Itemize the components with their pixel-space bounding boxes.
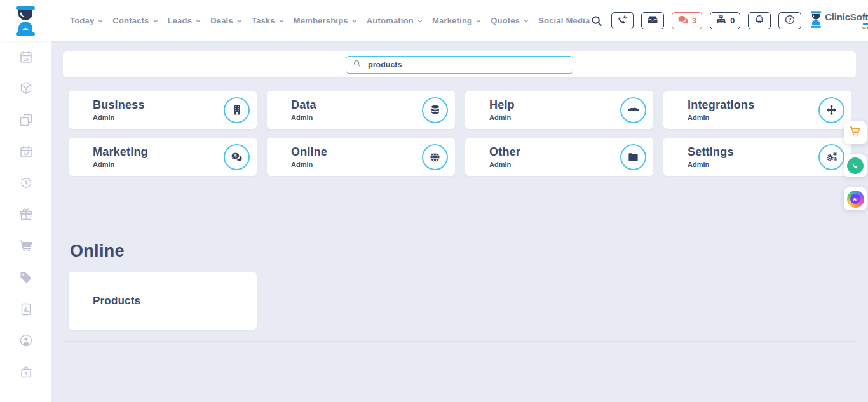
card-subtitle: Admin — [489, 114, 515, 121]
sidebar-calendar-event-icon[interactable] — [0, 136, 51, 168]
inbox-icon — [647, 14, 658, 27]
search-input-icon — [353, 59, 362, 70]
card-data[interactable]: DataAdmin — [267, 91, 455, 129]
chevron-down-icon — [476, 19, 481, 23]
sidebar-clone-icon[interactable] — [0, 104, 51, 136]
card-settings[interactable]: SettingsAdmin — [663, 138, 851, 176]
svg-text:?: ? — [789, 17, 792, 23]
svg-text:$: $ — [234, 153, 237, 158]
inbox-button[interactable] — [641, 12, 664, 29]
card-business[interactable]: BusinessAdmin — [69, 91, 257, 129]
chevron-down-icon — [524, 19, 529, 23]
card-other[interactable]: OtherAdmin — [465, 138, 653, 176]
nav-item-today[interactable]: Today — [70, 16, 103, 25]
question-icon: ? — [784, 14, 796, 27]
card-marketing[interactable]: MarketingAdmin $ — [69, 138, 257, 176]
nav-item-deals[interactable]: Deals — [210, 16, 242, 25]
products-card[interactable]: Products — [69, 272, 257, 330]
phone-volume-icon — [617, 15, 628, 27]
card-subtitle: Admin — [291, 161, 327, 168]
phone-button[interactable] — [611, 12, 634, 29]
top-bar: Today Contacts Leads Deals Tasks Members… — [0, 0, 868, 41]
database-icon — [422, 97, 448, 123]
app-logo-icon[interactable] — [13, 6, 38, 36]
card-title: Help — [489, 98, 515, 112]
sidebar-tag-icon[interactable] — [0, 262, 51, 293]
help-button[interactable]: ? — [778, 12, 801, 29]
main-nav: Today Contacts Leads Deals Tasks Members… — [70, 16, 590, 25]
folder-icon — [620, 144, 646, 170]
search-bar-panel — [63, 51, 856, 77]
card-title: Other — [489, 145, 520, 159]
card-title: Data — [291, 98, 316, 112]
chat-badge: 3 — [692, 17, 696, 25]
search-icon[interactable] — [590, 14, 604, 28]
sidebar-user-circle-icon[interactable] — [0, 325, 51, 356]
till-badge: 0 — [730, 17, 735, 25]
clinicsoftware-logo-icon — [809, 11, 823, 30]
globe-icon — [422, 144, 448, 170]
left-sidebar: 12 — [0, 41, 51, 402]
cash-register-icon — [715, 14, 727, 27]
card-title: Integrations — [688, 98, 754, 112]
whatsapp-icon — [847, 157, 864, 174]
sidebar-calendar-12-icon[interactable]: 12 — [0, 41, 51, 73]
card-title: Online — [291, 145, 327, 159]
search-input[interactable] — [367, 60, 566, 70]
card-online[interactable]: OnlineAdmin — [267, 138, 455, 176]
arrows-move-icon — [818, 97, 844, 123]
nav-item-quotes[interactable]: Quotes — [491, 16, 529, 25]
section-heading: Online — [70, 241, 868, 261]
sidebar-cart-icon[interactable] — [0, 231, 51, 262]
handshake-icon — [620, 97, 646, 123]
nav-item-social-media[interactable]: Social Media — [538, 16, 590, 25]
floating-actions: AI — [844, 121, 867, 210]
main-content: BusinessAdmin DataAdmin HelpAdmin Integr… — [51, 41, 868, 402]
sidebar-cube-icon[interactable] — [0, 73, 51, 105]
chevron-down-icon — [153, 19, 158, 23]
sidebar-history-icon[interactable] — [0, 167, 51, 199]
sidebar-report-icon[interactable] — [0, 293, 51, 325]
gears-icon — [818, 144, 844, 170]
nav-item-contacts[interactable]: Contacts — [112, 16, 158, 25]
notifications-button[interactable] — [748, 12, 771, 29]
card-title: Settings — [688, 145, 734, 159]
card-title: Marketing — [93, 145, 148, 159]
ai-icon: AI — [847, 191, 864, 208]
nav-item-marketing[interactable]: Marketing — [432, 16, 481, 25]
card-subtitle: Admin — [93, 114, 145, 121]
brand-underline — [863, 23, 868, 25]
brand-name: ClinicSoftware — [825, 11, 868, 22]
floating-cart-button[interactable] — [844, 121, 867, 144]
clinicsoftware-brand: ClinicSoftware.com TEN STEPS AHEAD — [809, 11, 868, 30]
card-subtitle: Admin — [688, 161, 734, 168]
floating-ai-button[interactable]: AI — [844, 187, 867, 210]
card-help[interactable]: HelpAdmin — [465, 91, 653, 129]
chat-button[interactable]: 3 — [672, 12, 702, 29]
chevron-down-icon — [279, 19, 284, 23]
top-right-actions: 3 0 ? ClinicSoftware.com TEN STEPS AHEAD — [590, 10, 868, 31]
sidebar-lockbox-icon[interactable] — [0, 356, 51, 388]
nav-item-tasks[interactable]: Tasks — [252, 16, 284, 25]
chevron-down-icon — [237, 19, 242, 23]
card-subtitle: Admin — [688, 114, 754, 121]
comments-icon — [677, 14, 689, 27]
bell-icon — [754, 14, 765, 27]
sidebar-gift-icon[interactable] — [0, 199, 51, 231]
floating-whatsapp-button[interactable] — [844, 154, 867, 177]
nav-item-automation[interactable]: Automation — [367, 16, 423, 25]
building-icon — [224, 97, 250, 123]
nav-item-memberships[interactable]: Memberships — [294, 16, 357, 25]
admin-cards-grid: BusinessAdmin DataAdmin HelpAdmin Integr… — [69, 91, 851, 176]
section-divider — [63, 341, 856, 342]
card-title: Business — [93, 98, 145, 112]
svg-text:12: 12 — [24, 57, 29, 61]
search-input-wrap — [346, 56, 573, 74]
nav-item-leads[interactable]: Leads — [168, 16, 201, 25]
till-button[interactable]: 0 — [710, 12, 740, 29]
card-subtitle: Admin — [93, 161, 148, 168]
brand-tagline: TEN STEPS AHEAD — [862, 26, 868, 30]
comments-dollar-icon: $ — [224, 144, 250, 170]
products-label: Products — [93, 295, 140, 307]
card-integrations[interactable]: IntegrationsAdmin — [663, 91, 851, 129]
